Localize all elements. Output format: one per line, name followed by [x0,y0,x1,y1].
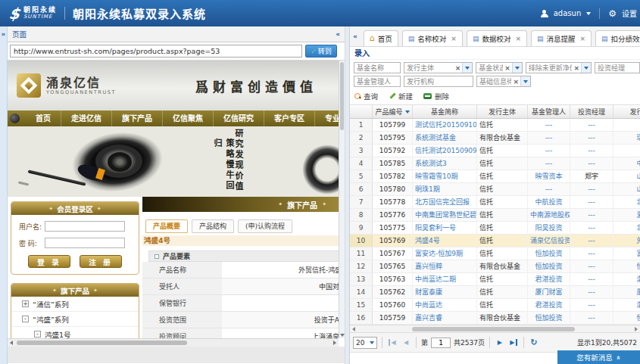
column-header-发行主体[interactable]: 发行主体 [477,105,528,118]
page-number-input[interactable] [431,338,451,348]
product-tab[interactable]: 产品概要 [145,219,188,233]
fund-name-link[interactable]: 嘉兴恒粹 [413,260,477,272]
fund-name-link[interactable]: 明珠1期 [413,183,477,195]
product-tab[interactable]: 产品结构 [192,219,234,233]
expand-icon[interactable]: » [2,30,6,38]
tab-close-icon[interactable]: × [580,35,586,42]
tree-toggle-icon[interactable]: - [22,316,29,322]
filter-combo[interactable]: 发行主体× [404,62,473,73]
collapse-panel-icon[interactable]: « [353,33,357,40]
fund-name-link[interactable]: 富安达-恒加9期 [413,247,477,260]
tab-消息提醒[interactable]: ▤消息提醒× [531,30,592,46]
tab-扣分绩效统计[interactable]: ▤扣分绩效统计× [595,30,640,46]
filter-combo[interactable]: 基金状态× [476,62,522,73]
collapse-left-icon[interactable]: « [336,30,340,38]
table-row[interactable]: 15105760中尚蓝达信托君湛投资---渤海 [350,299,640,312]
combo-clear-icon[interactable]: × [572,64,581,72]
webpage-horizontal-scrollbar[interactable] [8,338,339,347]
checkbox-icon[interactable] [155,254,159,259]
combo-clear-icon[interactable]: × [503,64,512,72]
reload-grid-button[interactable]: ↻ [529,338,539,347]
fund-name-link[interactable]: 鸿盛4号 [413,235,477,247]
password-input[interactable] [45,238,125,248]
site-nav-item[interactable]: 亿信聚焦 [162,110,213,126]
fund-name-link[interactable]: 中尚蓝达二期 [413,273,477,285]
go-button[interactable]: ✓ 转到 [305,45,337,58]
combo-clear-icon[interactable]: × [511,78,520,86]
table-row[interactable]: 16105759嘉兴吉睿有限合伙基金恒加投资---恒加 [350,312,640,325]
product-tab[interactable]: (申)认购流程 [238,219,292,233]
site-nav-item[interactable]: 首页 [26,110,61,126]
column-header-基金管理人[interactable]: 基金管理人 [528,105,570,118]
table-row[interactable]: 8105776中南集团常熟世纪碧城信托中南源地股权投资---爱建 [350,209,640,222]
table-row[interactable]: 13105763中尚蓝达二期信托君湛投资---渤海 [350,273,640,286]
first-page-button[interactable]: ◀ [387,339,398,346]
tab-close-icon[interactable]: × [515,35,521,42]
table-row[interactable]: 10105769鸿盛4号信托涌泉亿信投资---外贸 [350,235,640,247]
scroll-left-icon[interactable] [352,327,355,331]
combo-arrow-icon[interactable] [520,76,530,86]
tree-item[interactable]: -鸿盛1号 [11,327,139,338]
table-row[interactable]: 1105799测试信托20150910信托--------- [350,119,640,132]
prev-page-button[interactable]: ◀ [401,339,411,346]
panel-splitter[interactable] [345,26,350,364]
table-row[interactable]: 11105767富安达-恒加9期信托恒加投资---富安 [350,247,640,260]
column-header-发行机构[interactable]: 发行机构 [613,105,640,118]
delete-button[interactable]: 删除 [423,91,449,101]
table-row[interactable]: 9105775阳昊套利一号信托阳昊投资---北方 [350,222,640,235]
webpage-vertical-scrollbar[interactable] [339,61,345,338]
site-nav-item[interactable]: 走进亿信 [61,110,111,126]
table-row[interactable]: 6105780明珠1期信托------山东 [350,183,640,196]
table-row[interactable]: 14105762财富泰康信托厦门财富---厦门 [350,286,640,299]
fund-name-link[interactable]: 中南集团常熟世纪碧城 [413,209,477,221]
tree-item[interactable]: +“涌信”系列 [11,297,139,312]
filter-input[interactable] [354,76,401,87]
tree-item[interactable]: -“鸿盛”系列 [11,312,139,327]
column-header-基金简称[interactable]: 基金简称 [413,105,477,118]
table-row[interactable]: 2105795系统测试基金有限合伙基金------瑞银 [350,132,640,145]
fund-name-link[interactable]: 系统测试3 [413,157,477,170]
scroll-left-icon[interactable] [10,341,13,345]
settings-button[interactable]: 设置 [622,8,637,19]
scroll-right-icon[interactable] [635,327,638,331]
filter-input[interactable] [595,62,640,73]
next-page-button[interactable]: ▶ [495,339,505,346]
filter-combo[interactable]: 排除未更新净值基金× [526,62,592,73]
fund-name-link[interactable]: 财富泰康 [413,286,477,298]
table-row[interactable]: 7105778北方国信完全回报信托中航投资---北方 [350,196,640,209]
fund-name-link[interactable]: 中尚蓝达 [413,299,477,311]
tab-名称校对[interactable]: ▤名称校对× [402,30,463,46]
column-header-投资经理[interactable]: 投资经理 [570,105,613,118]
register-button[interactable]: 注 册 [80,255,122,268]
table-row[interactable]: 4105785系统测试3信托------中融 [350,157,640,170]
tree-toggle-icon[interactable]: - [34,331,41,338]
fund-name-link[interactable]: 系统测试基金 [413,132,477,144]
fund-name-link[interactable]: 映雪霜雪10期 [413,170,477,182]
username-input[interactable] [45,221,125,232]
filter-input[interactable] [354,62,401,73]
column-header-产品编号[interactable]: 产品编号 [373,105,413,118]
scroll-right-icon[interactable] [333,341,336,345]
gear-icon[interactable]: ⚙ [608,9,617,18]
filter-combo[interactable]: 基础信息待补× [476,76,531,87]
table-row[interactable]: 3105792信托测试20150909信托--------- [350,145,640,157]
query-button[interactable]: 查询 [354,91,378,101]
create-button[interactable]: 新建 [389,91,413,101]
filter-input[interactable] [404,76,473,87]
left-collapse-strip[interactable]: » [0,26,8,364]
site-nav-item[interactable]: 客户专区 [264,110,314,126]
url-input[interactable] [10,45,302,58]
combo-arrow-icon[interactable] [581,63,591,73]
user-menu[interactable]: adasun [554,9,582,17]
fund-name-link[interactable]: 嘉兴吉睿 [413,312,477,324]
tab-首页[interactable]: ⌂首页 [364,30,398,46]
fund-name-link[interactable]: 阳昊套利一号 [413,222,477,234]
tab-close-icon[interactable]: × [451,35,457,42]
grid-horizontal-scrollbar[interactable] [350,325,640,333]
new-message-bar[interactable]: 您有新消息 » [557,350,640,364]
combo-arrow-icon[interactable] [462,63,472,73]
fund-name-link[interactable]: 北方国信完全回报 [413,196,477,208]
page-size-select[interactable]: 20 [353,337,377,349]
site-nav-item[interactable]: 旗下产品 [111,110,162,126]
tree-toggle-icon[interactable]: + [22,300,29,307]
